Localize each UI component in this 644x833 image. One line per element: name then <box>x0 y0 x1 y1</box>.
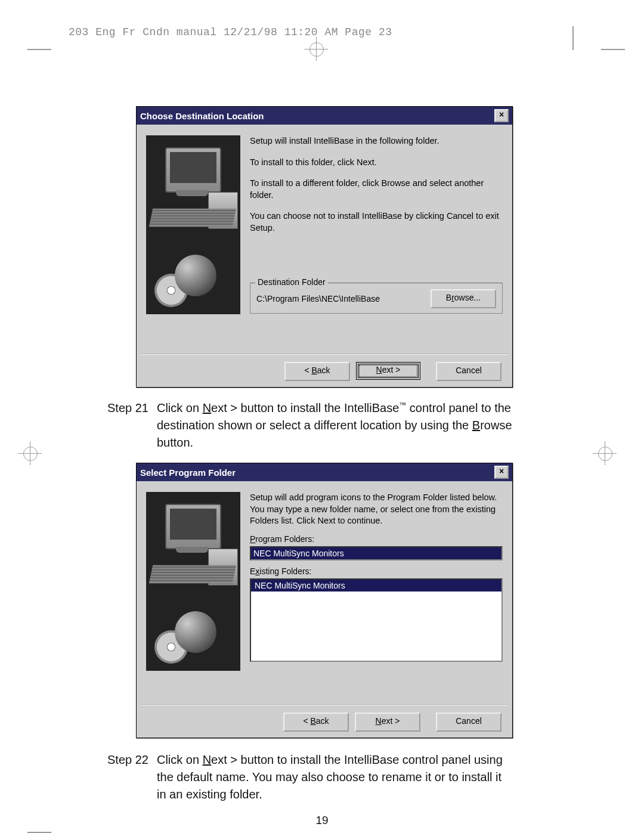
registration-mark <box>304 37 328 61</box>
next-button[interactable]: Next > <box>356 362 420 380</box>
existing-folders-label: Existing Folders: <box>250 566 503 576</box>
setup-line-3: To install to a different folder, click … <box>250 178 503 201</box>
page-number: 19 <box>0 814 644 827</box>
setup-line-4: You can choose not to install IntelliBas… <box>250 210 503 234</box>
back-button[interactable]: < Back <box>284 362 350 381</box>
step-text: Click on Next > button to install the In… <box>157 400 513 451</box>
dialog-text-area: Setup will install IntelliBase in the fo… <box>250 135 503 348</box>
manual-page: { "header": "203 Eng Fr Cndn manual 12/2… <box>0 0 644 833</box>
destination-path: C:\Program Files\NEC\IntelliBase <box>256 294 380 304</box>
list-item[interactable]: NEC MultiSync Monitors <box>251 580 501 592</box>
close-icon[interactable]: × <box>494 109 509 122</box>
next-button[interactable]: Next > <box>355 713 420 732</box>
browse-button[interactable]: Browse... <box>431 289 496 308</box>
dialog-text-area: Setup will add program icons to the Prog… <box>250 492 503 698</box>
dialog-button-row: < Back Next > Cancel <box>141 354 507 389</box>
dialog-choose-destination: Choose Destination Location × Setup will… <box>136 106 513 388</box>
cancel-button[interactable]: Cancel <box>436 362 501 381</box>
step-label: Step 22 <box>107 751 148 803</box>
program-folder-input[interactable]: NEC MultiSync Monitors <box>250 546 503 561</box>
step-text: Click on Next > button to install the In… <box>157 751 513 803</box>
back-button[interactable]: < Back <box>283 713 349 732</box>
close-icon[interactable]: × <box>494 466 509 479</box>
step-22: Step 22 Click on Next > button to instal… <box>107 751 513 803</box>
titlebar: Select Program Folder × <box>137 463 512 481</box>
dialog-select-program-folder: Select Program Folder × Setup will add p… <box>136 463 513 738</box>
setup-line-1: Setup will install IntelliBase in the fo… <box>250 135 503 147</box>
crop-mark <box>27 49 51 51</box>
print-header: 203 Eng Fr Cndn manual 12/21/98 11:20 AM… <box>69 26 392 38</box>
program-folders-label: Program Folders: <box>250 534 503 544</box>
group-legend: Destination Folder <box>255 277 328 287</box>
registration-mark <box>18 441 42 465</box>
titlebar: Choose Destination Location × <box>137 107 512 125</box>
crop-mark <box>601 49 625 51</box>
intro-text: Setup will add program icons to the Prog… <box>250 492 503 527</box>
step-21: Step 21 Click on Next > button to instal… <box>107 400 513 451</box>
existing-folders-list[interactable]: NEC MultiSync Monitors <box>250 578 503 662</box>
step-label: Step 21 <box>107 400 148 451</box>
registration-mark <box>593 441 617 465</box>
cancel-button[interactable]: Cancel <box>436 713 501 732</box>
wizard-graphic <box>146 135 240 314</box>
crop-mark <box>572 26 574 50</box>
setup-line-2: To install to this folder, click Next. <box>250 157 503 169</box>
wizard-graphic <box>146 492 240 671</box>
destination-folder-group: Destination Folder C:\Program Files\NEC\… <box>250 283 503 314</box>
dialog-title: Choose Destination Location <box>140 111 264 121</box>
dialog-title: Select Program Folder <box>140 467 236 478</box>
dialog-button-row: < Back Next > Cancel <box>141 704 507 740</box>
